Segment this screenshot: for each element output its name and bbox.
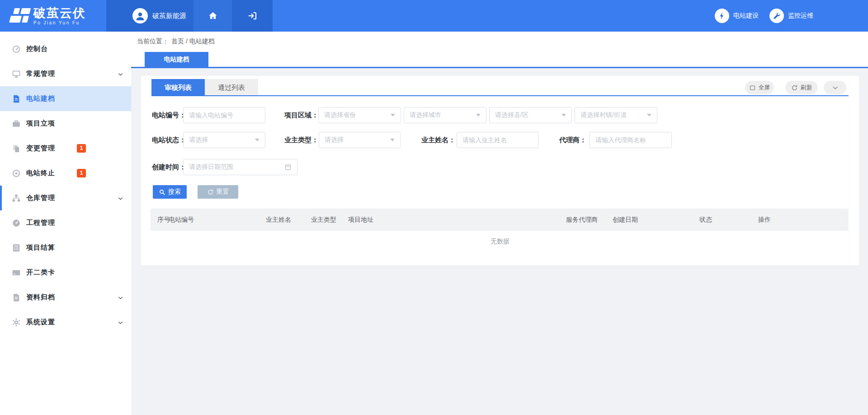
sidebar-item-console[interactable]: 控制台	[0, 37, 131, 61]
briefcase-icon	[12, 119, 21, 128]
label-station-status: 电站状态：	[152, 132, 183, 148]
col-status: 状态	[699, 209, 712, 231]
logo-tiles-icon	[8, 7, 32, 24]
empty-state: 无数据	[141, 238, 859, 246]
gear-icon	[12, 318, 21, 327]
home-button[interactable]	[193, 0, 232, 32]
calculator-icon	[12, 243, 21, 252]
dropdown-arrow-icon	[561, 114, 566, 117]
sidebar-item-general-mgmt[interactable]: 常规管理	[0, 61, 131, 86]
col-owner-type: 业主类型	[311, 209, 336, 231]
refresh-button[interactable]: 刷新	[785, 81, 818, 94]
sidebar-item-project-settlement[interactable]: 项目结算	[0, 235, 131, 260]
home-icon	[208, 10, 218, 21]
fullscreen-button[interactable]: 全屏	[745, 81, 774, 94]
record-icon	[12, 169, 21, 178]
avatar	[132, 8, 148, 23]
collapse-toolbar-button[interactable]	[824, 81, 846, 94]
town-select[interactable]: 请选择村镇/街道	[575, 107, 657, 123]
list-panel: 审核列表 通过列表 全屏 刷新 电站编号： 项目区域： 请选择省份 请选择城市 …	[141, 76, 859, 265]
dropdown-arrow-icon	[391, 114, 395, 117]
sidebar-item-project-initiation[interactable]: 项目立项	[0, 111, 131, 136]
tab-divider	[151, 95, 849, 96]
badge-count: 1	[77, 169, 86, 177]
page-tab-station-filing[interactable]: 电站建档	[145, 52, 208, 67]
breadcrumb: 当前位置：首页 / 电站建档	[137, 37, 215, 46]
page-tab-underline	[131, 67, 868, 68]
login-arrow-icon	[247, 10, 258, 21]
owner-name-input[interactable]	[457, 132, 538, 148]
label-owner-name: 业主姓名：	[421, 132, 453, 148]
badge-count: 1	[77, 144, 86, 153]
city-select[interactable]: 请选择城市	[404, 107, 486, 123]
dropdown-arrow-icon	[476, 114, 481, 117]
dropdown-arrow-icon	[255, 139, 259, 141]
label-station-code: 电站编号：	[152, 107, 183, 123]
label-project-region: 项目区域：	[284, 107, 316, 123]
dropdown-arrow-icon	[647, 114, 651, 117]
main-content: 当前位置：首页 / 电站建档 电站建档 审核列表 通过列表 全屏 刷新 电站编号…	[131, 32, 868, 415]
search-button[interactable]: 搜索	[153, 185, 187, 199]
station-status-select[interactable]: 请选择	[183, 132, 265, 148]
sidebar-item-open-class2-card[interactable]: 开二类卡	[0, 260, 131, 285]
tab-review-list[interactable]: 审核列表	[151, 79, 205, 96]
user-company-block[interactable]: 破茧新能源	[106, 0, 193, 32]
search-icon	[159, 189, 165, 196]
copy-icon	[12, 144, 21, 153]
nav-monitor-ops[interactable]: 监控运维	[769, 0, 813, 32]
chevron-down-icon	[118, 196, 123, 201]
label-agent: 代理商：	[554, 132, 586, 148]
sidebar-item-engineering-mgmt[interactable]: 工程管理	[0, 210, 131, 235]
logout-button[interactable]	[232, 0, 273, 32]
lightning-icon	[715, 9, 729, 23]
county-select[interactable]: 请选择县/区	[489, 107, 572, 123]
archive-icon	[12, 293, 21, 302]
wrench-icon	[769, 9, 784, 23]
reset-icon	[207, 189, 214, 196]
nav-label: 电站建设	[733, 12, 759, 20]
sidebar-item-data-archive[interactable]: 资料归档	[0, 285, 131, 310]
dashboard-icon	[12, 45, 21, 54]
top-header: 破茧云伏 Po Jian Yun Fu 破茧新能源	[0, 0, 868, 32]
col-create-date: 创建日期	[613, 209, 638, 231]
monitor-icon	[12, 70, 21, 79]
agent-input[interactable]	[590, 132, 672, 148]
nav-station-build[interactable]: 电站建设	[715, 0, 759, 32]
sidebar-item-change-mgmt[interactable]: 变更管理 1	[0, 136, 131, 161]
chevron-down-icon	[118, 320, 123, 326]
label-owner-type: 业主类型：	[284, 132, 316, 148]
brand-subtitle: Po Jian Yun Fu	[33, 20, 86, 25]
tab-passed-list[interactable]: 通过列表	[205, 79, 258, 96]
calendar-icon	[284, 163, 292, 171]
col-station-code: 电站编号	[169, 209, 194, 231]
sidebar-item-station-filing[interactable]: 电站建档	[0, 86, 131, 111]
table-header: 序号 电站编号 业主姓名 业主类型 项目地址 服务代理商 创建日期 状态 操作	[151, 209, 849, 231]
fullscreen-icon	[749, 84, 756, 91]
breadcrumb-prefix: 当前位置：	[137, 37, 169, 45]
sidebar-item-station-termination[interactable]: 电站终止 1	[0, 161, 131, 186]
col-owner-name: 业主姓名	[266, 209, 291, 231]
reset-button[interactable]: 重置	[198, 185, 238, 199]
col-actions: 操作	[758, 209, 771, 231]
breadcrumb-path[interactable]: 首页 / 电站建档	[171, 37, 215, 45]
user-icon	[135, 10, 146, 21]
chevron-down-icon	[832, 84, 839, 91]
sitemap-icon	[12, 194, 21, 203]
breadcrumb-bar: 当前位置：首页 / 电站建档 电站建档	[131, 32, 868, 68]
document-icon	[12, 94, 21, 103]
dropdown-arrow-icon	[390, 139, 395, 141]
card-icon	[12, 268, 21, 277]
refresh-icon	[791, 84, 798, 91]
sidebar-active-indicator	[0, 186, 2, 210]
col-service-agent: 服务代理商	[566, 209, 598, 231]
sidebar-item-system-settings[interactable]: 系统设置	[0, 310, 131, 335]
sidebar-item-warehouse-mgmt[interactable]: 仓库管理	[0, 186, 131, 210]
date-range-picker[interactable]: 请选择日期范围	[183, 159, 297, 175]
station-code-input[interactable]	[183, 107, 265, 123]
owner-type-select[interactable]: 请选择	[319, 132, 401, 148]
nav-label: 监控运维	[788, 12, 813, 20]
col-project-address: 项目地址	[348, 209, 373, 231]
gauge-icon	[12, 219, 21, 228]
chevron-down-icon	[118, 295, 123, 301]
province-select[interactable]: 请选择省份	[318, 107, 401, 123]
